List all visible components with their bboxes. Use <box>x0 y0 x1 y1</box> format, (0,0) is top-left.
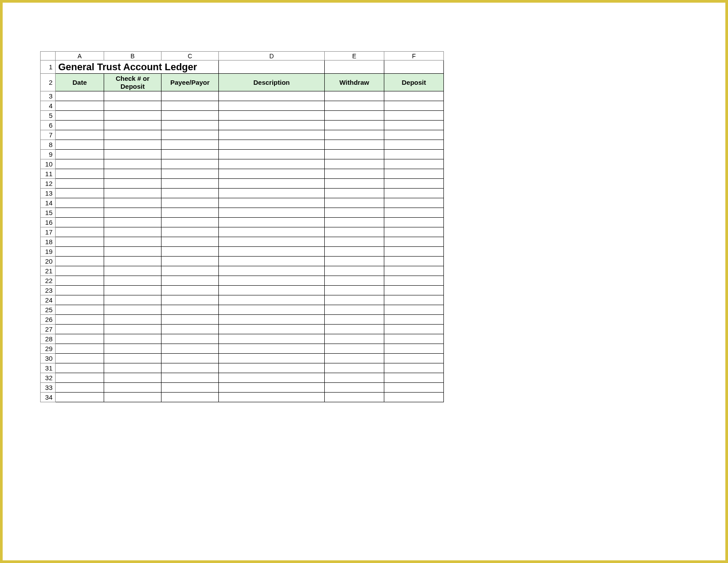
cell[interactable] <box>56 344 104 354</box>
cell[interactable] <box>325 257 384 266</box>
cell[interactable] <box>384 227 444 237</box>
cell[interactable] <box>384 266 444 276</box>
row-number[interactable]: 20 <box>41 257 56 266</box>
cell[interactable] <box>161 237 219 247</box>
row-number[interactable]: 28 <box>41 334 56 344</box>
cell[interactable] <box>384 393 444 402</box>
cell[interactable] <box>161 111 219 121</box>
row-number[interactable]: 29 <box>41 344 56 354</box>
cell[interactable] <box>104 305 161 315</box>
cell[interactable] <box>325 305 384 315</box>
cell-E1[interactable] <box>325 60 384 74</box>
cell[interactable] <box>219 344 325 354</box>
cell[interactable] <box>161 286 219 295</box>
cell[interactable] <box>384 344 444 354</box>
cell[interactable] <box>325 295 384 305</box>
cell[interactable] <box>104 150 161 159</box>
cell[interactable] <box>384 179 444 189</box>
row-number[interactable]: 12 <box>41 179 56 189</box>
cell[interactable] <box>161 266 219 276</box>
row-number[interactable]: 6 <box>41 121 56 130</box>
cell[interactable] <box>56 130 104 140</box>
cell[interactable] <box>325 208 384 218</box>
cell[interactable] <box>104 373 161 383</box>
header-deposit[interactable]: Deposit <box>384 74 444 91</box>
cell[interactable] <box>104 286 161 295</box>
cell[interactable] <box>325 315 384 325</box>
cell[interactable] <box>325 218 384 227</box>
cell[interactable] <box>384 373 444 383</box>
cell[interactable] <box>161 334 219 344</box>
cell[interactable] <box>104 257 161 266</box>
cell[interactable] <box>56 169 104 179</box>
cell[interactable] <box>56 276 104 286</box>
cell[interactable] <box>161 393 219 402</box>
cell[interactable] <box>384 140 444 150</box>
cell[interactable] <box>325 393 384 402</box>
header-payee[interactable]: Payee/Payor <box>161 74 219 91</box>
cell[interactable] <box>56 315 104 325</box>
cell[interactable] <box>56 325 104 334</box>
cell[interactable] <box>219 140 325 150</box>
cell[interactable] <box>219 198 325 208</box>
cell[interactable] <box>56 227 104 237</box>
cell[interactable] <box>56 286 104 295</box>
cell[interactable] <box>56 218 104 227</box>
cell[interactable] <box>161 169 219 179</box>
cell[interactable] <box>56 189 104 198</box>
header-date[interactable]: Date <box>56 74 104 91</box>
cell[interactable] <box>161 257 219 266</box>
cell[interactable] <box>384 111 444 121</box>
cell[interactable] <box>325 354 384 363</box>
cell[interactable] <box>161 189 219 198</box>
cell[interactable] <box>384 218 444 227</box>
cell[interactable] <box>56 354 104 363</box>
cell[interactable] <box>219 101 325 111</box>
cell[interactable] <box>325 140 384 150</box>
cell[interactable] <box>219 363 325 373</box>
cell[interactable] <box>219 334 325 344</box>
cell[interactable] <box>384 237 444 247</box>
row-number[interactable]: 31 <box>41 363 56 373</box>
cell[interactable] <box>161 208 219 218</box>
row-number[interactable]: 1 <box>41 60 56 74</box>
cell[interactable] <box>161 140 219 150</box>
ledger-title[interactable]: General Trust Account Ledger <box>56 60 219 74</box>
cell[interactable] <box>56 393 104 402</box>
row-number[interactable]: 18 <box>41 237 56 247</box>
cell[interactable] <box>161 247 219 257</box>
cell[interactable] <box>325 363 384 373</box>
cell[interactable] <box>219 111 325 121</box>
cell[interactable] <box>219 179 325 189</box>
cell[interactable] <box>56 257 104 266</box>
cell[interactable] <box>219 276 325 286</box>
header-withdraw[interactable]: Withdraw <box>325 74 384 91</box>
row-number[interactable]: 10 <box>41 159 56 169</box>
row-number[interactable]: 32 <box>41 373 56 383</box>
row-number[interactable]: 11 <box>41 169 56 179</box>
cell[interactable] <box>219 325 325 334</box>
row-number[interactable]: 13 <box>41 189 56 198</box>
row-number[interactable]: 21 <box>41 266 56 276</box>
row-number[interactable]: 34 <box>41 393 56 402</box>
cell[interactable] <box>325 121 384 130</box>
cell[interactable] <box>56 334 104 344</box>
cell[interactable] <box>384 295 444 305</box>
cell[interactable] <box>104 315 161 325</box>
cell[interactable] <box>161 373 219 383</box>
cell[interactable] <box>325 91 384 101</box>
cell[interactable] <box>104 208 161 218</box>
cell[interactable] <box>104 101 161 111</box>
cell[interactable] <box>161 276 219 286</box>
cell[interactable] <box>161 227 219 237</box>
row-number[interactable]: 17 <box>41 227 56 237</box>
row-number[interactable]: 19 <box>41 247 56 257</box>
cell[interactable] <box>104 344 161 354</box>
cell[interactable] <box>219 266 325 276</box>
cell[interactable] <box>325 101 384 111</box>
cell[interactable] <box>325 325 384 334</box>
cell[interactable] <box>104 354 161 363</box>
cell[interactable] <box>219 150 325 159</box>
cell[interactable] <box>104 393 161 402</box>
cell[interactable] <box>325 227 384 237</box>
